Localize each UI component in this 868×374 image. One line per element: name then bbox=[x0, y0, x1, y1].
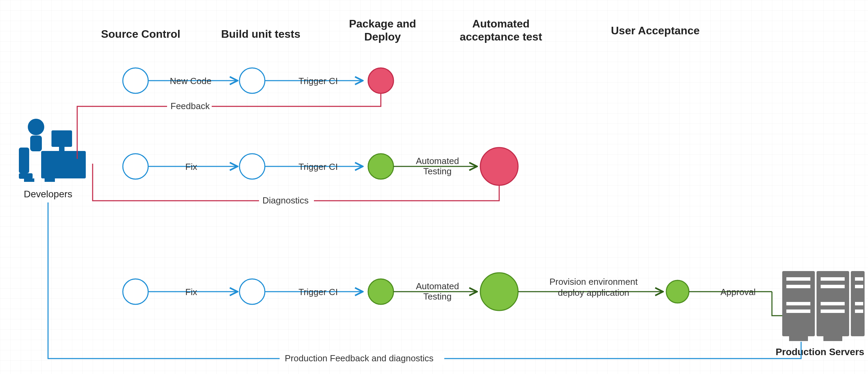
r3-approval-label: Approval bbox=[720, 287, 756, 297]
svg-rect-6 bbox=[59, 147, 64, 152]
col-source-control: Source Control bbox=[101, 28, 180, 40]
developer-icon bbox=[19, 119, 86, 182]
svg-rect-19 bbox=[821, 285, 845, 288]
r3-accept-ok-node bbox=[480, 273, 518, 311]
r3-package-ok-node bbox=[368, 279, 394, 304]
r3-provision-l1: Provision environment bbox=[549, 277, 638, 287]
r2-package-ok-node bbox=[368, 154, 394, 179]
col-user-acceptance: User Acceptance bbox=[611, 24, 700, 37]
r1-new-code-label: New Code bbox=[170, 76, 211, 86]
svg-rect-25 bbox=[855, 309, 863, 313]
r2-source-node bbox=[123, 154, 148, 179]
r2-diagnostics-label: Diagnostics bbox=[262, 195, 308, 206]
prod-feedback-path bbox=[48, 202, 801, 359]
svg-rect-16 bbox=[786, 302, 810, 305]
svg-rect-22 bbox=[855, 277, 863, 281]
svg-rect-5 bbox=[51, 130, 72, 147]
col-package-deploy-l1: Package and bbox=[349, 17, 416, 30]
svg-rect-2 bbox=[19, 148, 29, 173]
svg-rect-20 bbox=[821, 302, 845, 305]
col-package-deploy-l2: Deploy bbox=[364, 31, 401, 43]
r3-autotest-label-l2: Testing bbox=[423, 291, 451, 302]
svg-rect-23 bbox=[855, 285, 863, 288]
svg-rect-15 bbox=[786, 285, 810, 288]
svg-point-0 bbox=[28, 119, 44, 135]
svg-rect-1 bbox=[30, 136, 42, 151]
r3-user-accept-node bbox=[666, 280, 689, 303]
r3-trigger-label: Trigger CI bbox=[298, 287, 338, 297]
r1-feedback-label: Feedback bbox=[171, 101, 210, 111]
svg-rect-14 bbox=[786, 277, 810, 281]
production-servers-label: Production Servers bbox=[776, 347, 864, 357]
svg-rect-4 bbox=[41, 151, 86, 178]
svg-rect-21 bbox=[821, 309, 845, 313]
developers-label: Developers bbox=[24, 189, 72, 199]
svg-rect-8 bbox=[45, 178, 55, 182]
svg-rect-17 bbox=[786, 309, 810, 313]
r2-autotest-label-l2: Testing bbox=[423, 166, 451, 176]
r1-trigger-label: Trigger CI bbox=[298, 76, 338, 86]
r3-autotest-label-l1: Automated bbox=[416, 281, 459, 291]
r1-source-node bbox=[123, 68, 148, 93]
col-auto-accept-l1: Automated bbox=[472, 17, 529, 30]
r2-trigger-label: Trigger CI bbox=[298, 162, 338, 172]
svg-rect-24 bbox=[855, 302, 863, 305]
r3-fix-label: Fix bbox=[185, 287, 197, 297]
svg-rect-18 bbox=[821, 277, 845, 281]
svg-rect-3 bbox=[19, 173, 33, 179]
servers-icon bbox=[782, 271, 865, 341]
r2-autotest-label-l1: Automated bbox=[416, 156, 459, 166]
pipeline-diagram: Source Control Build unit tests Package … bbox=[0, 0, 868, 374]
r1-package-fail-node bbox=[368, 68, 394, 93]
r2-build-node bbox=[239, 154, 265, 179]
svg-rect-7 bbox=[24, 178, 34, 182]
r3-provision-l2: deploy application bbox=[558, 288, 629, 298]
r2-accept-fail-node bbox=[480, 148, 518, 185]
r1-build-node bbox=[239, 68, 265, 93]
r2-fix-label: Fix bbox=[185, 162, 197, 172]
col-auto-accept-l2: acceptance test bbox=[460, 31, 542, 43]
r3-build-node bbox=[239, 279, 265, 304]
col-build-unit-tests: Build unit tests bbox=[221, 28, 300, 40]
r1-feedback-path bbox=[77, 93, 381, 159]
r3-source-node bbox=[123, 279, 148, 304]
svg-rect-26 bbox=[789, 336, 808, 341]
prod-feedback-label: Production Feedback and diagnostics bbox=[285, 353, 434, 363]
svg-rect-27 bbox=[823, 336, 842, 341]
